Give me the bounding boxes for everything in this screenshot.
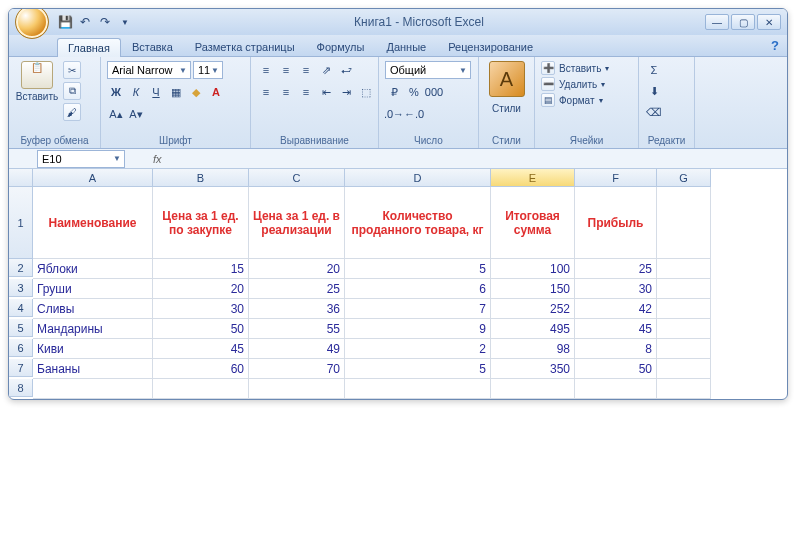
- orientation-button[interactable]: ⇗: [317, 61, 335, 79]
- help-icon[interactable]: ?: [771, 38, 779, 53]
- align-left-button[interactable]: ≡: [257, 83, 275, 101]
- grow-font-button[interactable]: A▴: [107, 105, 125, 123]
- shrink-font-button[interactable]: A▾: [127, 105, 145, 123]
- align-bottom-button[interactable]: ≡: [297, 61, 315, 79]
- merge-button[interactable]: ⬚: [357, 83, 375, 101]
- copy-icon[interactable]: ⧉: [63, 82, 81, 100]
- cell[interactable]: Груши: [33, 279, 153, 299]
- cell[interactable]: [657, 359, 711, 379]
- cell[interactable]: Киви: [33, 339, 153, 359]
- cell[interactable]: [345, 379, 491, 399]
- comma-button[interactable]: 000: [425, 83, 443, 101]
- format-cells-button[interactable]: ▤Формат ▾: [541, 93, 609, 107]
- cell[interactable]: 495: [491, 319, 575, 339]
- cell[interactable]: [491, 379, 575, 399]
- number-format-select[interactable]: Общий▼: [385, 61, 471, 79]
- col-header-a[interactable]: A: [33, 169, 153, 187]
- font-color-button[interactable]: A: [207, 83, 225, 101]
- styles-icon[interactable]: A: [489, 61, 525, 97]
- tab-data[interactable]: Данные: [375, 37, 437, 56]
- font-name-select[interactable]: Arial Narrow▼: [107, 61, 191, 79]
- cell[interactable]: 55: [249, 319, 345, 339]
- fill-button[interactable]: ⬇: [645, 82, 663, 100]
- row-header-6[interactable]: 6: [9, 339, 33, 357]
- align-center-button[interactable]: ≡: [277, 83, 295, 101]
- autosum-button[interactable]: Σ: [645, 61, 663, 79]
- border-button[interactable]: ▦: [167, 83, 185, 101]
- cell[interactable]: [657, 259, 711, 279]
- cell[interactable]: [657, 339, 711, 359]
- wrap-text-button[interactable]: ⮐: [337, 61, 355, 79]
- cell[interactable]: 252: [491, 299, 575, 319]
- minimize-button[interactable]: —: [705, 14, 729, 30]
- bold-button[interactable]: Ж: [107, 83, 125, 101]
- delete-cells-button[interactable]: ➖Удалить ▾: [541, 77, 609, 91]
- cell[interactable]: 30: [153, 299, 249, 319]
- cell[interactable]: 2: [345, 339, 491, 359]
- percent-button[interactable]: %: [405, 83, 423, 101]
- col-header-b[interactable]: B: [153, 169, 249, 187]
- cell[interactable]: 9: [345, 319, 491, 339]
- qat-dropdown-icon[interactable]: ▼: [117, 14, 133, 30]
- clear-button[interactable]: ⌫: [645, 103, 663, 121]
- cell[interactable]: Наименование: [33, 187, 153, 259]
- cell[interactable]: 20: [249, 259, 345, 279]
- increase-decimal-button[interactable]: .0→: [385, 105, 403, 123]
- paste-button[interactable]: 📋 Вставить: [15, 61, 59, 102]
- cell[interactable]: [33, 379, 153, 399]
- cell[interactable]: 350: [491, 359, 575, 379]
- italic-button[interactable]: К: [127, 83, 145, 101]
- cell[interactable]: 60: [153, 359, 249, 379]
- cell[interactable]: 42: [575, 299, 657, 319]
- col-header-g[interactable]: G: [657, 169, 711, 187]
- align-top-button[interactable]: ≡: [257, 61, 275, 79]
- row-header-3[interactable]: 3: [9, 279, 33, 297]
- cell[interactable]: 7: [345, 299, 491, 319]
- row-header-1[interactable]: 1: [9, 187, 33, 259]
- close-button[interactable]: ✕: [757, 14, 781, 30]
- tab-review[interactable]: Рецензирование: [437, 37, 544, 56]
- row-header-4[interactable]: 4: [9, 299, 33, 317]
- col-header-e[interactable]: E: [491, 169, 575, 187]
- cell[interactable]: 15: [153, 259, 249, 279]
- cell[interactable]: [575, 379, 657, 399]
- row-header-7[interactable]: 7: [9, 359, 33, 377]
- save-icon[interactable]: 💾: [57, 14, 73, 30]
- align-right-button[interactable]: ≡: [297, 83, 315, 101]
- cell[interactable]: 100: [491, 259, 575, 279]
- cell[interactable]: Мандарины: [33, 319, 153, 339]
- tab-page-layout[interactable]: Разметка страницы: [184, 37, 306, 56]
- cell[interactable]: 50: [575, 359, 657, 379]
- spreadsheet-grid[interactable]: A B C D E F G 1 Наименование Цена за 1 е…: [9, 169, 787, 399]
- cell[interactable]: 50: [153, 319, 249, 339]
- row-header-2[interactable]: 2: [9, 259, 33, 277]
- cell[interactable]: 8: [575, 339, 657, 359]
- undo-icon[interactable]: ↶: [77, 14, 93, 30]
- cell[interactable]: 98: [491, 339, 575, 359]
- cell[interactable]: 5: [345, 259, 491, 279]
- cell[interactable]: Итоговая сумма: [491, 187, 575, 259]
- cell[interactable]: 45: [153, 339, 249, 359]
- cell[interactable]: Прибыль: [575, 187, 657, 259]
- cell[interactable]: Бананы: [33, 359, 153, 379]
- insert-cells-button[interactable]: ➕Вставить ▾: [541, 61, 609, 75]
- redo-icon[interactable]: ↷: [97, 14, 113, 30]
- fill-color-button[interactable]: ◆: [187, 83, 205, 101]
- cell[interactable]: Яблоки: [33, 259, 153, 279]
- maximize-button[interactable]: ▢: [731, 14, 755, 30]
- cell[interactable]: Сливы: [33, 299, 153, 319]
- cell[interactable]: 5: [345, 359, 491, 379]
- align-middle-button[interactable]: ≡: [277, 61, 295, 79]
- office-button[interactable]: [15, 8, 49, 39]
- col-header-c[interactable]: C: [249, 169, 345, 187]
- cell[interactable]: [249, 379, 345, 399]
- cell[interactable]: [153, 379, 249, 399]
- cell[interactable]: [657, 379, 711, 399]
- col-header-d[interactable]: D: [345, 169, 491, 187]
- cell[interactable]: 25: [249, 279, 345, 299]
- increase-indent-button[interactable]: ⇥: [337, 83, 355, 101]
- cell[interactable]: 49: [249, 339, 345, 359]
- cell[interactable]: 6: [345, 279, 491, 299]
- tab-formulas[interactable]: Формулы: [306, 37, 376, 56]
- cell[interactable]: [657, 187, 711, 259]
